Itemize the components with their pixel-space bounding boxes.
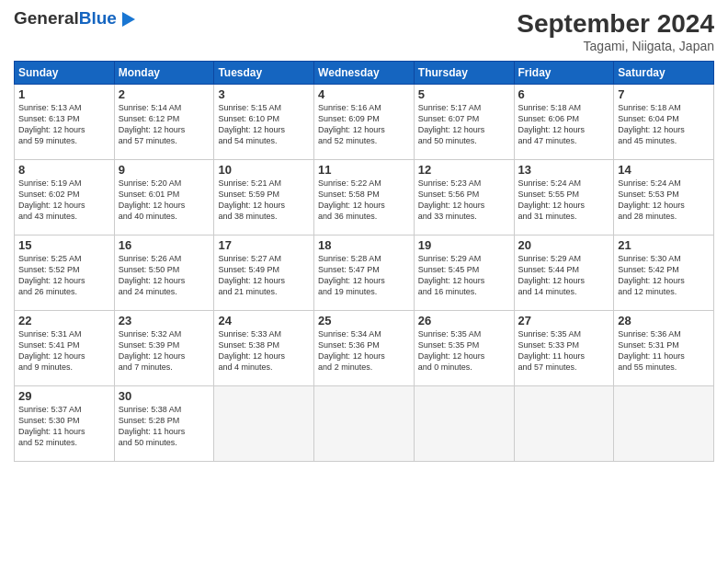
calendar-container: GeneralBlue September 2024 Tagami, Niiga…: [0, 0, 728, 471]
day-number: 29: [18, 389, 110, 403]
day-info: Sunrise: 5:24 AM Sunset: 5:53 PM Dayligh…: [618, 178, 710, 223]
col-tuesday: Tuesday: [214, 62, 314, 85]
table-row: 9Sunrise: 5:20 AM Sunset: 6:01 PM Daylig…: [114, 160, 214, 236]
table-row: 20Sunrise: 5:29 AM Sunset: 5:44 PM Dayli…: [514, 236, 614, 311]
day-info: Sunrise: 5:19 AM Sunset: 6:02 PM Dayligh…: [18, 178, 110, 223]
day-info: Sunrise: 5:24 AM Sunset: 5:55 PM Dayligh…: [518, 178, 610, 223]
col-friday: Friday: [514, 62, 614, 85]
day-info: Sunrise: 5:18 AM Sunset: 6:04 PM Dayligh…: [618, 102, 710, 147]
day-number: 12: [418, 163, 510, 177]
table-row: 7Sunrise: 5:18 AM Sunset: 6:04 PM Daylig…: [614, 85, 714, 160]
calendar-week-row: 1Sunrise: 5:13 AM Sunset: 6:13 PM Daylig…: [15, 85, 714, 160]
calendar-header: GeneralBlue September 2024 Tagami, Niiga…: [14, 9, 714, 53]
day-info: Sunrise: 5:35 AM Sunset: 5:35 PM Dayligh…: [418, 328, 510, 373]
table-row: 4Sunrise: 5:16 AM Sunset: 6:09 PM Daylig…: [314, 85, 415, 160]
day-number: 18: [318, 238, 410, 252]
table-row: 18Sunrise: 5:28 AM Sunset: 5:47 PM Dayli…: [314, 236, 415, 311]
table-row: 2Sunrise: 5:14 AM Sunset: 6:12 PM Daylig…: [114, 85, 214, 160]
col-wednesday: Wednesday: [314, 62, 415, 85]
table-row: [414, 386, 514, 462]
day-info: Sunrise: 5:22 AM Sunset: 5:58 PM Dayligh…: [318, 178, 410, 223]
location: Tagami, Niigata, Japan: [517, 39, 714, 53]
table-row: 11Sunrise: 5:22 AM Sunset: 5:58 PM Dayli…: [314, 160, 415, 236]
day-number: 22: [18, 314, 110, 327]
calendar-week-row: 22Sunrise: 5:31 AM Sunset: 5:41 PM Dayli…: [15, 311, 714, 386]
day-number: 16: [119, 238, 210, 252]
day-number: 4: [318, 87, 410, 101]
day-info: Sunrise: 5:28 AM Sunset: 5:47 PM Dayligh…: [318, 253, 410, 298]
table-row: [614, 386, 714, 462]
table-row: 25Sunrise: 5:34 AM Sunset: 5:36 PM Dayli…: [314, 311, 415, 386]
table-row: 14Sunrise: 5:24 AM Sunset: 5:53 PM Dayli…: [614, 160, 714, 236]
table-row: 27Sunrise: 5:35 AM Sunset: 5:33 PM Dayli…: [514, 311, 614, 386]
day-number: 24: [218, 314, 310, 327]
day-number: 6: [518, 87, 610, 101]
table-row: 19Sunrise: 5:29 AM Sunset: 5:45 PM Dayli…: [414, 236, 514, 311]
day-number: 19: [418, 238, 510, 252]
logo: GeneralBlue: [14, 9, 135, 29]
day-info: Sunrise: 5:25 AM Sunset: 5:52 PM Dayligh…: [18, 253, 110, 298]
day-number: 9: [119, 163, 210, 177]
day-number: 28: [618, 314, 710, 327]
table-row: 10Sunrise: 5:21 AM Sunset: 5:59 PM Dayli…: [214, 160, 314, 236]
table-row: 15Sunrise: 5:25 AM Sunset: 5:52 PM Dayli…: [15, 236, 115, 311]
logo-general: General: [14, 8, 79, 28]
calendar-week-row: 15Sunrise: 5:25 AM Sunset: 5:52 PM Dayli…: [15, 236, 714, 311]
day-info: Sunrise: 5:23 AM Sunset: 5:56 PM Dayligh…: [418, 178, 510, 223]
title-section: September 2024 Tagami, Niigata, Japan: [517, 9, 714, 53]
day-number: 2: [119, 87, 210, 101]
day-info: Sunrise: 5:21 AM Sunset: 5:59 PM Dayligh…: [218, 178, 310, 223]
day-info: Sunrise: 5:15 AM Sunset: 6:10 PM Dayligh…: [218, 102, 310, 147]
table-row: 28Sunrise: 5:36 AM Sunset: 5:31 PM Dayli…: [614, 311, 714, 386]
svg-marker-0: [122, 12, 135, 27]
table-row: 17Sunrise: 5:27 AM Sunset: 5:49 PM Dayli…: [214, 236, 314, 311]
day-info: Sunrise: 5:29 AM Sunset: 5:45 PM Dayligh…: [418, 253, 510, 298]
logo-blue-text: Blue: [79, 8, 117, 28]
day-info: Sunrise: 5:27 AM Sunset: 5:49 PM Dayligh…: [218, 253, 310, 298]
day-number: 3: [218, 87, 310, 101]
day-number: 21: [618, 238, 710, 252]
day-info: Sunrise: 5:36 AM Sunset: 5:31 PM Dayligh…: [618, 328, 710, 373]
day-info: Sunrise: 5:31 AM Sunset: 5:41 PM Dayligh…: [18, 328, 110, 373]
table-row: [314, 386, 415, 462]
day-number: 13: [518, 163, 610, 177]
table-row: [514, 386, 614, 462]
table-row: 12Sunrise: 5:23 AM Sunset: 5:56 PM Dayli…: [414, 160, 514, 236]
day-number: 20: [518, 238, 610, 252]
table-row: 16Sunrise: 5:26 AM Sunset: 5:50 PM Dayli…: [114, 236, 214, 311]
day-info: Sunrise: 5:38 AM Sunset: 5:28 PM Dayligh…: [119, 404, 210, 449]
calendar-table: Sunday Monday Tuesday Wednesday Thursday…: [14, 61, 714, 462]
table-row: 8Sunrise: 5:19 AM Sunset: 6:02 PM Daylig…: [15, 160, 115, 236]
day-number: 15: [18, 238, 110, 252]
header-row: Sunday Monday Tuesday Wednesday Thursday…: [15, 62, 714, 85]
day-number: 27: [518, 314, 610, 327]
day-info: Sunrise: 5:35 AM Sunset: 5:33 PM Dayligh…: [518, 328, 610, 373]
day-number: 25: [318, 314, 410, 327]
table-row: 29Sunrise: 5:37 AM Sunset: 5:30 PM Dayli…: [15, 386, 115, 462]
day-number: 5: [418, 87, 510, 101]
day-info: Sunrise: 5:17 AM Sunset: 6:07 PM Dayligh…: [418, 102, 510, 147]
col-sunday: Sunday: [15, 62, 115, 85]
table-row: 23Sunrise: 5:32 AM Sunset: 5:39 PM Dayli…: [114, 311, 214, 386]
table-row: 21Sunrise: 5:30 AM Sunset: 5:42 PM Dayli…: [614, 236, 714, 311]
day-number: 1: [18, 87, 110, 101]
day-info: Sunrise: 5:37 AM Sunset: 5:30 PM Dayligh…: [18, 404, 110, 449]
day-info: Sunrise: 5:29 AM Sunset: 5:44 PM Dayligh…: [518, 253, 610, 298]
table-row: 30Sunrise: 5:38 AM Sunset: 5:28 PM Dayli…: [114, 386, 214, 462]
day-info: Sunrise: 5:26 AM Sunset: 5:50 PM Dayligh…: [119, 253, 210, 298]
col-thursday: Thursday: [414, 62, 514, 85]
day-number: 8: [18, 163, 110, 177]
table-row: 1Sunrise: 5:13 AM Sunset: 6:13 PM Daylig…: [15, 85, 115, 160]
table-row: 6Sunrise: 5:18 AM Sunset: 6:06 PM Daylig…: [514, 85, 614, 160]
table-row: [214, 386, 314, 462]
day-number: 23: [119, 314, 210, 327]
logo-text: GeneralBlue: [14, 9, 135, 29]
day-info: Sunrise: 5:33 AM Sunset: 5:38 PM Dayligh…: [218, 328, 310, 373]
day-info: Sunrise: 5:34 AM Sunset: 5:36 PM Dayligh…: [318, 328, 410, 373]
day-number: 10: [218, 163, 310, 177]
day-info: Sunrise: 5:16 AM Sunset: 6:09 PM Dayligh…: [318, 102, 410, 147]
table-row: 3Sunrise: 5:15 AM Sunset: 6:10 PM Daylig…: [214, 85, 314, 160]
day-info: Sunrise: 5:18 AM Sunset: 6:06 PM Dayligh…: [518, 102, 610, 147]
day-number: 30: [119, 389, 210, 403]
table-row: 5Sunrise: 5:17 AM Sunset: 6:07 PM Daylig…: [414, 85, 514, 160]
